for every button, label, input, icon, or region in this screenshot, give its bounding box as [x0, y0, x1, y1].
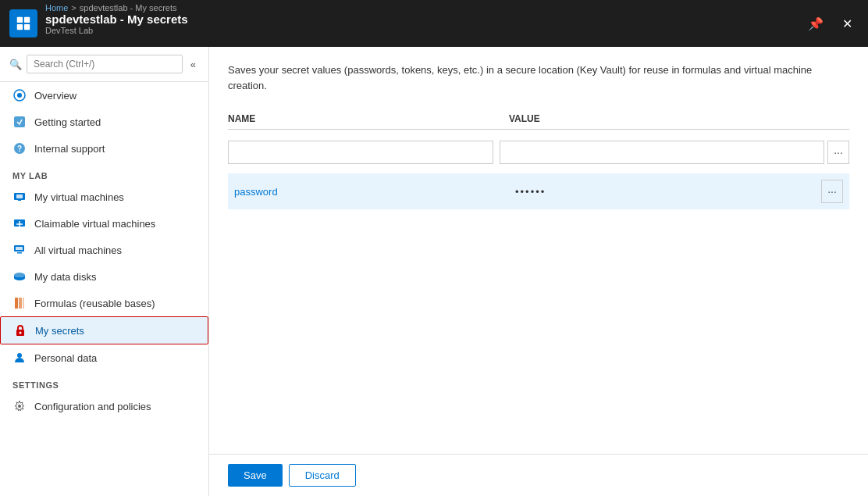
sidebar-item-label-internal-support: Internal support	[34, 143, 105, 155]
value-input[interactable]	[500, 141, 824, 164]
svg-rect-19	[15, 298, 18, 309]
svg-rect-17	[17, 252, 22, 254]
row-name-cell: password	[228, 186, 509, 198]
save-button[interactable]: Save	[228, 464, 283, 487]
main-body: Saves your secret values (passwords, tok…	[209, 47, 868, 454]
breadcrumb-current: spdevtestlab - My secrets	[80, 3, 177, 12]
sidebar-item-my-secrets[interactable]: My secrets	[0, 316, 208, 344]
breadcrumb-sep: >	[71, 3, 76, 12]
svg-rect-1	[24, 17, 30, 23]
discard-button[interactable]: Discard	[289, 464, 356, 487]
svg-rect-10	[16, 194, 23, 198]
svg-point-5	[17, 93, 22, 98]
close-button[interactable]: ✕	[836, 13, 859, 34]
pin-button[interactable]: 📌	[802, 13, 830, 34]
svg-point-18	[14, 273, 25, 277]
vm-icon	[12, 190, 27, 204]
sidebar-item-label-my-vms: My virtual machines	[34, 191, 124, 203]
page-description: Saves your secret values (passwords, tok…	[228, 62, 849, 93]
name-input[interactable]	[228, 141, 493, 164]
title-bar: spdevtestlab - My secrets DevTest Lab Ho…	[0, 0, 868, 47]
config-icon	[12, 399, 27, 413]
svg-rect-2	[17, 24, 23, 30]
svg-point-25	[18, 405, 21, 408]
table-row: password •••••• ···	[228, 173, 849, 209]
table-row-input: ···	[228, 136, 849, 169]
sidebar-item-my-virtual-machines[interactable]: My virtual machines	[0, 184, 208, 210]
breadcrumb: Home > spdevtestlab - My secrets	[45, 3, 177, 12]
sidebar-item-label-claimable-vms: Claimable virtual machines	[34, 218, 155, 230]
svg-rect-0	[17, 17, 23, 23]
main-layout: 🔍 « Overview Getting started ? Internal …	[0, 47, 868, 496]
svg-rect-20	[19, 298, 22, 309]
all-vm-icon	[12, 243, 27, 257]
collapse-button[interactable]: «	[187, 57, 199, 72]
window-subtitle: DevTest Lab	[45, 26, 802, 35]
sidebar-item-data-disks[interactable]: My data disks	[0, 263, 208, 290]
col-value-header: VALUE	[509, 113, 849, 124]
sidebar-item-label-my-secrets: My secrets	[35, 325, 84, 337]
svg-rect-6	[14, 116, 25, 127]
table-header: NAME VALUE	[228, 109, 849, 130]
row-ellipsis-button[interactable]: ···	[821, 180, 843, 203]
overview-icon	[12, 88, 27, 102]
breadcrumb-home[interactable]: Home	[45, 3, 68, 12]
search-icon: 🔍	[9, 59, 22, 70]
title-bar-actions: 📌 ✕	[802, 13, 859, 34]
row-value-cell: ••••••	[509, 186, 821, 198]
svg-rect-16	[16, 247, 23, 250]
sidebar-item-label-getting-started: Getting started	[34, 116, 101, 128]
sidebar-item-label-all-vms: All virtual machines	[34, 244, 122, 256]
value-ellipsis-button[interactable]: ···	[827, 141, 849, 164]
section-settings: SETTINGS	[0, 371, 208, 393]
data-disks-icon	[12, 269, 27, 284]
title-bar-text: spdevtestlab - My secrets DevTest Lab	[45, 12, 802, 35]
sidebar-item-formulas[interactable]: Formulas (reusable bases)	[0, 290, 208, 316]
secrets-icon	[13, 323, 27, 337]
sidebar: 🔍 « Overview Getting started ? Internal …	[0, 47, 209, 496]
svg-rect-21	[23, 298, 24, 309]
sidebar-item-personal-data[interactable]: Personal data	[0, 344, 208, 371]
claimable-vm-icon	[12, 216, 27, 230]
section-mylab: MY LAB	[0, 162, 208, 184]
sidebar-item-all-vms[interactable]: All virtual machines	[0, 237, 208, 263]
formulas-icon	[12, 296, 27, 310]
sidebar-item-internal-support[interactable]: ? Internal support	[0, 135, 208, 162]
sidebar-item-getting-started[interactable]: Getting started	[0, 109, 208, 135]
sidebar-item-label-personal-data: Personal data	[34, 352, 97, 364]
sidebar-item-label-overview: Overview	[34, 90, 76, 102]
sidebar-item-label-data-disks: My data disks	[34, 271, 96, 283]
sidebar-item-label-formulas: Formulas (reusable bases)	[34, 298, 155, 309]
col-name-header: NAME	[228, 113, 509, 124]
sidebar-item-overview[interactable]: Overview	[0, 82, 208, 109]
personal-data-icon	[12, 351, 27, 365]
sidebar-item-claimable-vms[interactable]: Claimable virtual machines	[0, 210, 208, 237]
svg-rect-11	[18, 200, 21, 201]
sidebar-item-configuration-policies[interactable]: Configuration and policies	[0, 393, 208, 419]
row-actions: ···	[821, 180, 849, 203]
svg-rect-3	[24, 24, 30, 30]
main-footer: Save Discard	[209, 454, 868, 496]
window-title: spdevtestlab - My secrets	[45, 12, 802, 26]
sidebar-item-label-config: Configuration and policies	[34, 401, 151, 412]
internal-support-icon: ?	[12, 141, 27, 155]
svg-point-23	[20, 332, 22, 334]
value-input-container: ···	[500, 141, 849, 164]
main-content: Saves your secret values (passwords, tok…	[209, 47, 868, 496]
svg-text:?: ?	[17, 145, 22, 153]
getting-started-icon	[12, 115, 27, 129]
svg-point-24	[17, 353, 22, 358]
app-icon	[9, 9, 37, 37]
sidebar-search-bar: 🔍 «	[0, 47, 208, 82]
search-input[interactable]	[27, 55, 183, 73]
